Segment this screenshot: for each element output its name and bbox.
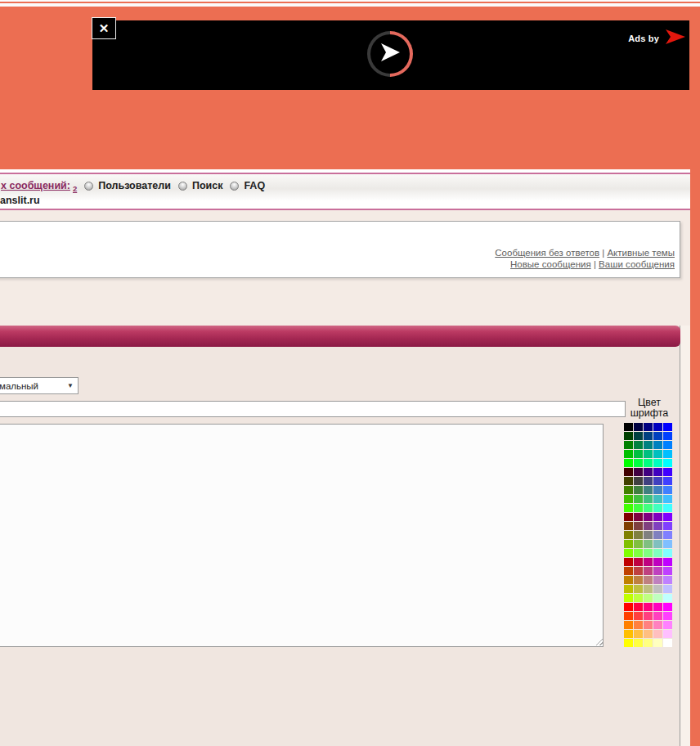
color-swatch-BF8040[interactable]: [634, 576, 643, 584]
color-swatch-FF0080[interactable]: [644, 603, 653, 611]
message-textarea[interactable]: [0, 424, 604, 647]
color-swatch-BF00FF[interactable]: [663, 558, 672, 566]
color-swatch-404040[interactable]: [634, 477, 643, 485]
color-swatch-FF0000[interactable]: [624, 603, 633, 611]
color-swatch-4080FF[interactable]: [663, 486, 672, 494]
color-swatch-BF4080[interactable]: [644, 567, 653, 575]
color-swatch-FFBF80[interactable]: [644, 630, 653, 638]
subject-input[interactable]: [0, 401, 626, 417]
color-swatch-FF00FF[interactable]: [663, 603, 672, 611]
color-swatch-80FFFF[interactable]: [663, 549, 672, 557]
color-swatch-8080FF[interactable]: [663, 531, 672, 539]
color-swatch-4000BF[interactable]: [653, 468, 662, 476]
color-swatch-BFBF00[interactable]: [624, 585, 633, 593]
color-swatch-00FF80[interactable]: [644, 459, 653, 467]
color-swatch-BFBFFF[interactable]: [663, 585, 672, 593]
color-swatch-FF00BF[interactable]: [653, 603, 662, 611]
color-swatch-0040BF[interactable]: [653, 432, 662, 440]
color-swatch-0040FF[interactable]: [663, 432, 672, 440]
color-swatch-40FFFF[interactable]: [663, 504, 672, 512]
color-swatch-8080BF[interactable]: [653, 531, 662, 539]
ad-banner[interactable]: Ads by: [92, 20, 689, 90]
color-swatch-BF00BF[interactable]: [653, 558, 662, 566]
color-swatch-40BF00[interactable]: [624, 495, 633, 503]
color-swatch-40FF00[interactable]: [624, 504, 633, 512]
color-swatch-404080[interactable]: [644, 477, 653, 485]
color-swatch-800040[interactable]: [634, 513, 643, 521]
color-swatch-FF4080[interactable]: [644, 612, 653, 620]
color-swatch-FF8080[interactable]: [644, 621, 653, 629]
color-swatch-40FF40[interactable]: [634, 504, 643, 512]
color-swatch-000080[interactable]: [644, 423, 653, 431]
color-swatch-FF80BF[interactable]: [653, 621, 662, 629]
color-swatch-800000[interactable]: [624, 513, 633, 521]
color-swatch-808040[interactable]: [634, 531, 643, 539]
color-swatch-BF4000[interactable]: [624, 567, 633, 575]
color-swatch-BF0040[interactable]: [634, 558, 643, 566]
color-swatch-BF0000[interactable]: [624, 558, 633, 566]
color-swatch-FF4000[interactable]: [624, 612, 633, 620]
color-swatch-004040[interactable]: [634, 432, 643, 440]
color-swatch-BFFFBF[interactable]: [653, 594, 662, 602]
color-swatch-804040[interactable]: [634, 522, 643, 530]
color-swatch-80FF00[interactable]: [624, 549, 633, 557]
color-swatch-80BF00[interactable]: [624, 540, 633, 548]
color-swatch-8040FF[interactable]: [663, 522, 672, 530]
color-swatch-00FF00[interactable]: [624, 459, 633, 467]
color-swatch-4000FF[interactable]: [663, 468, 672, 476]
color-swatch-0000FF[interactable]: [663, 423, 672, 431]
color-swatch-808080[interactable]: [644, 531, 653, 539]
color-swatch-BFBFBF[interactable]: [653, 585, 662, 593]
color-swatch-004000[interactable]: [624, 432, 633, 440]
color-swatch-0000BF[interactable]: [653, 423, 662, 431]
color-swatch-008040[interactable]: [634, 441, 643, 449]
color-swatch-FF80FF[interactable]: [663, 621, 672, 629]
color-swatch-00BF00[interactable]: [624, 450, 633, 458]
color-swatch-8000BF[interactable]: [653, 513, 662, 521]
color-swatch-408080[interactable]: [644, 486, 653, 494]
color-swatch-FF40FF[interactable]: [663, 612, 672, 620]
color-swatch-BF40BF[interactable]: [653, 567, 662, 575]
color-swatch-40BF40[interactable]: [634, 495, 643, 503]
color-swatch-40FFBF[interactable]: [653, 504, 662, 512]
ad-play-button[interactable]: [367, 31, 413, 77]
color-swatch-8040BF[interactable]: [653, 522, 662, 530]
color-swatch-40FF80[interactable]: [644, 504, 653, 512]
color-swatch-80BF80[interactable]: [644, 540, 653, 548]
color-swatch-00FF40[interactable]: [634, 459, 643, 467]
color-swatch-BFBF40[interactable]: [634, 585, 643, 593]
color-swatch-BF0080[interactable]: [644, 558, 653, 566]
color-swatch-008000[interactable]: [624, 441, 633, 449]
color-swatch-4040FF[interactable]: [663, 477, 672, 485]
color-swatch-BFFF40[interactable]: [634, 594, 643, 602]
color-swatch-FFFFBF[interactable]: [653, 639, 662, 647]
color-swatch-FF4040[interactable]: [634, 612, 643, 620]
color-swatch-40BFFF[interactable]: [663, 495, 672, 503]
color-swatch-80FFBF[interactable]: [653, 549, 662, 557]
color-swatch-0080BF[interactable]: [653, 441, 662, 449]
color-swatch-BFBF80[interactable]: [644, 585, 653, 593]
unread-messages-link[interactable]: х сообщений: 2: [1, 180, 77, 191]
unanswered-posts-link[interactable]: Сообщения без ответов: [495, 248, 599, 258]
color-swatch-00BF80[interactable]: [644, 450, 653, 458]
color-swatch-BF4040[interactable]: [634, 567, 643, 575]
color-swatch-BFFFFF[interactable]: [663, 594, 672, 602]
color-swatch-0080FF[interactable]: [663, 441, 672, 449]
font-size-select[interactable]: мальный ▼: [0, 377, 79, 394]
color-swatch-BF8080[interactable]: [644, 576, 653, 584]
your-posts-link[interactable]: Ваши сообщения: [599, 259, 675, 269]
color-swatch-008080[interactable]: [644, 441, 653, 449]
color-swatch-80BF40[interactable]: [634, 540, 643, 548]
color-swatch-40BF80[interactable]: [644, 495, 653, 503]
color-swatch-FFFF40[interactable]: [634, 639, 643, 647]
nav-item-search[interactable]: Поиск: [178, 180, 223, 191]
color-swatch-408040[interactable]: [634, 486, 643, 494]
active-topics-link[interactable]: Активные темы: [607, 248, 675, 258]
color-swatch-80FF40[interactable]: [634, 549, 643, 557]
color-swatch-BF80FF[interactable]: [663, 576, 672, 584]
color-swatch-FFFF80[interactable]: [644, 639, 653, 647]
color-swatch-FF8000[interactable]: [624, 621, 633, 629]
color-swatch-FF8040[interactable]: [634, 621, 643, 629]
color-swatch-FFFF00[interactable]: [624, 639, 633, 647]
color-swatch-BF80BF[interactable]: [653, 576, 662, 584]
